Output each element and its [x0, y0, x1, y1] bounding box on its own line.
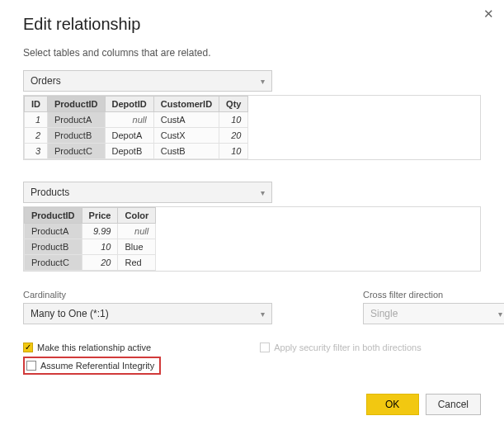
chevron-down-icon: ▾: [261, 188, 265, 197]
crossfilter-label: Cross filter direction: [363, 290, 504, 300]
crossfilter-value: Single: [370, 308, 398, 319]
referential-checkbox-row[interactable]: Assume Referential Integrity: [26, 361, 154, 371]
active-checkbox-row[interactable]: ✓ Make this relationship active: [23, 343, 161, 352]
table2-col-productid[interactable]: ProductID: [25, 208, 82, 224]
table1-select-value: Orders: [31, 75, 61, 87]
table1-col-productid[interactable]: ProductID: [48, 97, 106, 112]
crossfilter-select: Single ▾: [363, 303, 504, 324]
table2-preview: ProductID Price Color ProductA 9.99 null…: [23, 206, 481, 272]
table1-col-id[interactable]: ID: [25, 97, 48, 112]
table2-col-price[interactable]: Price: [82, 208, 118, 224]
table2-select-value: Products: [31, 187, 69, 198]
referential-checkbox-label: Assume Referential Integrity: [40, 361, 154, 371]
table1-preview: ID ProductID DepotID CustomerID Qty 1 Pr…: [23, 95, 481, 160]
table1-select[interactable]: Orders ▾: [23, 70, 272, 92]
table-row: 2 ProductB DepotA CustX 20: [25, 128, 248, 144]
chevron-down-icon: ▾: [261, 77, 265, 86]
checkbox-icon: [26, 361, 36, 371]
chevron-down-icon: ▾: [261, 310, 265, 319]
checkbox-icon: ✓: [23, 343, 33, 352]
active-checkbox-label: Make this relationship active: [37, 343, 151, 352]
table-row: ProductC 20 Red: [25, 255, 156, 271]
chevron-down-icon: ▾: [498, 310, 502, 319]
ok-button[interactable]: OK: [366, 394, 419, 415]
checkbox-icon: [260, 343, 270, 352]
dialog-subtitle: Select tables and columns that are relat…: [23, 47, 481, 59]
table-row: 1 ProductA null CustA 10: [25, 112, 248, 128]
cardinality-select[interactable]: Many to One (*:1) ▾: [23, 303, 272, 324]
close-icon[interactable]: ✕: [483, 7, 494, 21]
security-checkbox-label: Apply security filter in both directions: [274, 343, 422, 352]
security-checkbox-row: Apply security filter in both directions: [260, 343, 422, 352]
table2-col-color[interactable]: Color: [118, 208, 156, 224]
table-row: ProductA 9.99 null: [25, 224, 156, 239]
table1-col-customerid[interactable]: CustomerID: [153, 97, 219, 112]
referential-highlight: Assume Referential Integrity: [23, 357, 161, 375]
table-row: ProductB 10 Blue: [25, 239, 156, 255]
table1-col-qty[interactable]: Qty: [219, 97, 248, 112]
table-row: 3 ProductC DepotB CustB 10: [25, 144, 248, 159]
dialog-title: Edit relationship: [23, 15, 481, 34]
cardinality-value: Many to One (*:1): [31, 308, 109, 319]
cardinality-label: Cardinality: [23, 290, 272, 300]
cancel-button[interactable]: Cancel: [426, 394, 481, 415]
table2-select[interactable]: Products ▾: [23, 182, 272, 203]
table1-col-depotid[interactable]: DepotID: [105, 97, 153, 112]
